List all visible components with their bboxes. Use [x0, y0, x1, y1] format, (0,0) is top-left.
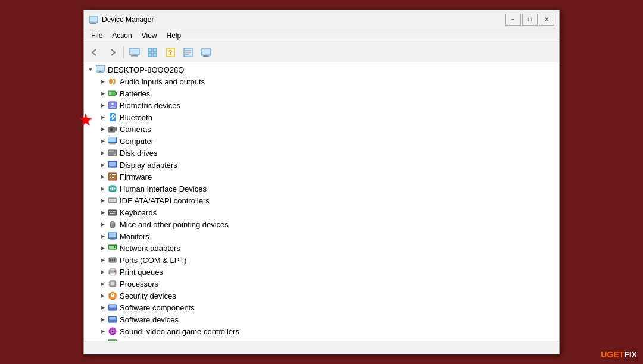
list-item[interactable]: Software devices [84, 313, 559, 325]
toolbar-display[interactable] [198, 45, 214, 60]
toolbar-help[interactable]: ? [162, 45, 179, 60]
icon-print [108, 267, 117, 277]
menu-view[interactable]: View [137, 30, 162, 41]
toolbar-forward[interactable] [104, 45, 121, 60]
svg-point-106 [112, 331, 114, 332]
mouse-label: Mice and other pointing devices [120, 220, 229, 229]
toolbar: ? [84, 42, 559, 62]
root-label: DESKTOP-8OOO28Q [108, 65, 184, 74]
list-item[interactable]: Computer [84, 135, 559, 147]
chevron-audio [98, 77, 107, 86]
disk-label: Disk drives [120, 149, 158, 158]
svg-rect-21 [202, 49, 210, 54]
icon-monitors [108, 231, 117, 241]
svg-rect-97 [109, 305, 116, 307]
svg-rect-86 [110, 273, 115, 275]
list-item[interactable]: IDE ATA/ATAPI controllers [84, 194, 559, 206]
svg-rect-46 [109, 162, 116, 166]
svg-rect-82 [112, 259, 113, 261]
chevron-mouse [98, 220, 107, 228]
display-label: Display adapters [120, 161, 177, 170]
chevron-biometric [98, 101, 107, 109]
processors-label: Processors [120, 280, 158, 288]
list-item[interactable]: Audio inputs and outputs [84, 76, 559, 87]
list-item[interactable]: Mice and other pointing devices [84, 218, 559, 230]
chevron-bluetooth [98, 113, 107, 121]
svg-rect-25 [97, 72, 104, 73]
minimize-button[interactable]: − [505, 14, 521, 26]
svg-rect-101 [109, 317, 116, 319]
svg-rect-40 [111, 143, 114, 143]
window-icon [89, 15, 98, 24]
icon-bluetooth [108, 112, 117, 122]
svg-rect-102 [109, 319, 116, 320]
svg-rect-73 [109, 233, 116, 237]
toolbar-back[interactable] [86, 45, 103, 60]
audio-label: Audio inputs and outputs [120, 77, 205, 86]
list-item[interactable]: Cameras [84, 123, 559, 135]
sound-label: Sound, video and game controllers [120, 327, 239, 336]
maximize-button[interactable]: □ [522, 14, 538, 26]
list-item[interactable]: Display adapters [84, 159, 559, 171]
list-item[interactable]: Processors [84, 278, 559, 290]
svg-rect-75 [110, 239, 116, 240]
icon-firmware [108, 172, 117, 181]
close-button[interactable]: ✕ [539, 14, 554, 26]
svg-rect-61 [110, 200, 111, 201]
svg-rect-6 [133, 55, 136, 55]
list-item[interactable]: Security devices [84, 290, 559, 302]
icon-processors [108, 279, 117, 288]
icon-hid [108, 184, 117, 193]
menu-action[interactable]: Action [107, 30, 136, 41]
icon-security [108, 291, 117, 300]
svg-rect-85 [110, 268, 115, 271]
svg-rect-53 [112, 177, 114, 178]
chevron-cameras [98, 125, 107, 133]
content-area: DESKTOP-8OOO28Q Audio inputs and outputs… [84, 62, 559, 341]
list-item[interactable]: Biometric devices [84, 99, 559, 111]
svg-rect-58 [112, 187, 113, 190]
icon-sound [108, 327, 117, 336]
menu-help[interactable]: Help [162, 30, 186, 41]
list-item[interactable]: Keyboards [84, 206, 559, 218]
svg-rect-68 [110, 213, 115, 214]
list-item[interactable]: Monitors [84, 230, 559, 242]
menu-file[interactable]: File [86, 30, 107, 41]
list-item[interactable]: Firmware [84, 171, 559, 183]
svg-point-31 [111, 103, 114, 105]
toolbar-computer[interactable] [126, 45, 143, 60]
svg-rect-37 [110, 126, 113, 127]
list-item[interactable]: Software components [84, 302, 559, 313]
list-item[interactable]: Ports (COM & LPT) [84, 254, 559, 266]
svg-rect-48 [110, 168, 115, 168]
list-item[interactable]: Human Interface Devices [84, 183, 559, 194]
device-tree[interactable]: DESKTOP-8OOO28Q Audio inputs and outputs… [84, 62, 559, 341]
icon-ports [108, 255, 117, 265]
svg-rect-50 [110, 174, 111, 175]
svg-rect-79 [114, 246, 115, 248]
icon-cameras [108, 124, 117, 134]
svg-point-87 [114, 271, 116, 272]
svg-point-26 [109, 79, 113, 84]
svg-rect-66 [113, 211, 114, 212]
svg-rect-47 [111, 167, 114, 168]
chevron-network [98, 244, 107, 252]
icon-computer [108, 136, 117, 146]
list-item[interactable]: Network adapters [84, 242, 559, 254]
chevron-sw-devices [98, 315, 107, 324]
svg-point-35 [111, 129, 113, 131]
list-item[interactable]: Disk drives [84, 147, 559, 159]
list-item[interactable]: Bluetooth [84, 111, 559, 123]
window-title: Device Manager [102, 15, 505, 24]
toolbar-view-toggle[interactable] [144, 45, 161, 60]
list-item[interactable]: Print queues [84, 266, 559, 278]
icon-disk [108, 148, 117, 158]
list-item[interactable]: Batteries [84, 87, 559, 99]
svg-rect-62 [112, 200, 114, 201]
toolbar-separator-1 [123, 46, 124, 58]
icon-network [108, 243, 117, 253]
toolbar-properties[interactable] [180, 45, 196, 60]
tree-root[interactable]: DESKTOP-8OOO28Q [84, 64, 559, 76]
sw-components-label: Software components [120, 303, 195, 312]
list-item[interactable]: Sound, video and game controllers [84, 325, 559, 337]
